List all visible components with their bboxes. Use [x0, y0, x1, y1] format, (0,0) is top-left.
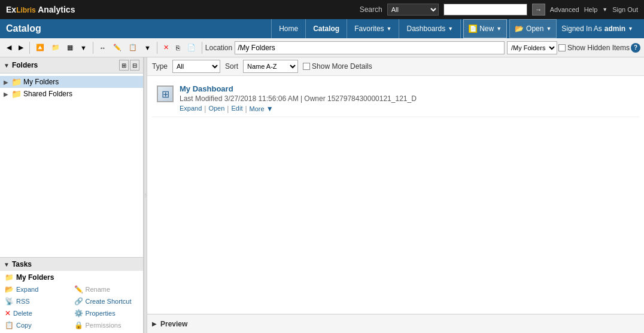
properties-task-link[interactable]: Properties — [86, 310, 116, 317]
rss-task-icon: 📡 — [5, 297, 14, 305]
folders-collapse-icon[interactable]: ▼ — [4, 62, 10, 69]
toolbar-back-button[interactable]: ◀ — [4, 41, 14, 55]
tasks-folder-icon: 📁 — [5, 273, 14, 282]
task-properties[interactable]: ⚙️ Properties — [74, 308, 139, 319]
username-label: admin — [604, 25, 625, 33]
nav-favorites[interactable]: Favorites ▼ — [347, 19, 399, 38]
dashboard-grid-icon: ⊞ — [157, 85, 174, 102]
folder-icon-shared-folders: 📁 — [11, 89, 22, 99]
tasks-collapse-icon[interactable]: ▼ — [4, 261, 10, 268]
rename-task-link: Rename — [86, 286, 111, 293]
location-dropdown[interactable]: /My Folders — [507, 41, 557, 54]
preview-expand-icon: ▶ — [152, 320, 157, 327]
dashboard-action-more[interactable]: More ▼ — [250, 105, 274, 113]
dashboard-action-open[interactable]: Open — [208, 105, 224, 113]
nav-dashboards[interactable]: Dashboards ▼ — [399, 19, 461, 38]
show-hidden-checkbox[interactable] — [558, 44, 566, 51]
task-copy[interactable]: 📋 Copy — [5, 320, 69, 331]
more-chevron-icon: ▼ — [266, 105, 274, 113]
tasks-title: Tasks — [12, 260, 32, 268]
dashboard-action-expand[interactable]: Expand — [180, 105, 202, 113]
tasks-folder-label: 📁 My Folders — [5, 273, 138, 282]
dashboards-chevron-icon: ▼ — [448, 26, 453, 32]
new-dropdown-button[interactable]: 📄 New ▼ — [463, 19, 507, 38]
toolbar-copy-button[interactable]: 📋 — [126, 41, 140, 55]
dashboard-action-edit[interactable]: Edit — [231, 105, 242, 113]
folder-item-my-folders[interactable]: ▶ 📁 My Folders — [0, 76, 143, 88]
copy-task-link[interactable]: Copy — [16, 322, 32, 329]
toolbar-up-button[interactable]: 🔼 — [33, 41, 47, 55]
filter-bar: Type All Dashboard Analysis Sort Name A-… — [147, 57, 644, 76]
content-area: ⊞ My Dashboard Last Modified 3/27/2018 1… — [147, 76, 644, 314]
show-more-details-checkbox[interactable] — [303, 63, 310, 70]
task-delete[interactable]: ✕ Delete — [5, 308, 69, 319]
user-chevron-icon: ▼ — [628, 26, 633, 32]
advanced-link[interactable]: Advanced — [550, 6, 579, 13]
toolbar-sep-1 — [29, 42, 30, 54]
toolbar-doc-button[interactable]: 📄 — [184, 41, 199, 55]
toolbar-folder-button[interactable]: 📁 — [48, 41, 63, 55]
open-chevron-icon: ▼ — [546, 26, 551, 32]
folders-expand-all-btn[interactable]: ⊞ — [119, 60, 129, 71]
expand-task-icon: 📂 — [5, 285, 14, 294]
sort-filter-select[interactable]: Name A-Z Name Z-A Last Modified — [243, 60, 298, 73]
favorites-chevron-icon: ▼ — [387, 26, 392, 32]
open-dropdown-button[interactable]: 📂 Open ▼ — [509, 19, 557, 38]
expand-icon-my-folders: ▶ — [4, 79, 10, 85]
signed-in-info: Signed In As admin ▼ — [557, 25, 638, 33]
nav-catalog[interactable]: Catalog — [306, 19, 347, 38]
dashboard-item-info: My Dashboard Last Modified 3/27/2018 11:… — [180, 84, 417, 113]
rename-task-icon: ✏️ — [74, 285, 83, 294]
folder-label-my-folders: My Folders — [23, 78, 59, 86]
help-link[interactable]: Help — [584, 6, 598, 13]
dashboard-item-title[interactable]: My Dashboard — [180, 84, 417, 93]
dashboard-actions: Expand | Open | Edit | More ▼ — [180, 105, 417, 113]
toolbar: ◀ ▶ 🔼 📁 ▦ ▼ ↔ ✏️ 📋 ▼ ✕ ⎘ 📄 Location /My … — [0, 38, 644, 57]
expand-task-link[interactable]: Expand — [16, 286, 38, 293]
search-scope-select[interactable]: All Catalog Dashboards — [387, 4, 439, 16]
toolbar-grid-button[interactable]: ▦ — [64, 41, 76, 55]
show-more-details-label[interactable]: Show More Details — [303, 62, 372, 71]
toolbar-edit-button[interactable]: ✏️ — [110, 41, 124, 55]
nav-home[interactable]: Home — [271, 19, 306, 38]
location-path-input[interactable] — [235, 41, 505, 54]
toolbar-delete-button[interactable]: ✕ — [160, 41, 172, 55]
help-chevron-icon: ▼ — [602, 7, 607, 13]
dashboard-item-icon: ⊞ — [156, 84, 175, 103]
expand-icon-shared-folders: ▶ — [4, 91, 10, 97]
folders-tree: ▶ 📁 My Folders ▶ 📁 Shared Folders — [0, 74, 143, 257]
new-page-icon: 📄 — [469, 25, 477, 33]
toolbar-sep-4 — [202, 42, 202, 54]
dashboard-item-0: ⊞ My Dashboard Last Modified 3/27/2018 1… — [152, 81, 639, 117]
sort-filter-label: Sort — [225, 62, 238, 71]
location-label: Location — [205, 44, 232, 52]
toolbar-paste-button[interactable]: ▼ — [141, 41, 154, 55]
folders-title: Folders — [12, 61, 38, 69]
toolbar-copy2-button[interactable]: ⎘ — [173, 41, 183, 55]
top-bar: ExLibris Analytics Search All Catalog Da… — [0, 0, 644, 19]
folders-collapse-all-btn[interactable]: ⊟ — [130, 60, 139, 71]
task-expand[interactable]: 📂 Expand — [5, 284, 69, 295]
right-panel: Type All Dashboard Analysis Sort Name A-… — [147, 57, 644, 333]
signout-link[interactable]: Sign Out — [612, 6, 638, 13]
type-filter-select[interactable]: All Dashboard Analysis — [172, 60, 220, 73]
rss-task-link[interactable]: RSS — [16, 298, 30, 305]
delete-task-link[interactable]: Delete — [13, 310, 32, 317]
logo: ExLibris Analytics — [6, 5, 75, 14]
help-icon-button[interactable]: ? — [631, 43, 640, 53]
dashboard-last-modified: Last Modified 3/27/2018 11:56:06 AM — [180, 94, 299, 103]
task-rss[interactable]: 📡 RSS — [5, 296, 69, 307]
show-hidden-label[interactable]: Show Hidden Items — [558, 44, 630, 52]
toolbar-move-button[interactable]: ↔ — [96, 41, 109, 55]
permissions-task-icon: 🔒 — [74, 321, 83, 329]
permissions-task-link: Permissions — [86, 322, 121, 329]
search-go-button[interactable]: → — [532, 4, 545, 16]
preview-section[interactable]: ▶ Preview — [147, 314, 644, 333]
search-input[interactable] — [443, 4, 527, 16]
folder-item-shared-folders[interactable]: ▶ 📁 Shared Folders — [0, 88, 143, 100]
toolbar-view-dropdown[interactable]: ▼ — [77, 41, 90, 55]
tasks-section-header: ▼ Tasks — [0, 258, 143, 271]
create-shortcut-task-link[interactable]: Create Shortcut — [86, 298, 132, 305]
task-create-shortcut[interactable]: 🔗 Create Shortcut — [74, 296, 139, 307]
toolbar-forward-button[interactable]: ▶ — [16, 41, 26, 55]
